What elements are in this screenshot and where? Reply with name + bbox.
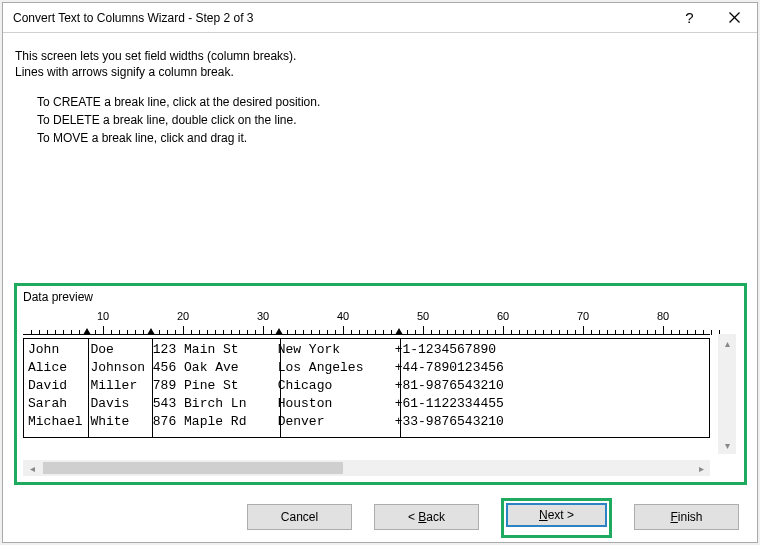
ruler-tick-minor <box>95 330 96 335</box>
ruler-tick-minor <box>591 330 592 335</box>
ruler-tick-label: 60 <box>497 310 509 322</box>
ruler-tick-minor <box>335 330 336 335</box>
ruler-tick-minor <box>271 330 272 335</box>
ruler-tick-minor <box>191 330 192 335</box>
button-row: Cancel < Back Next > Finish <box>3 504 757 532</box>
ruler-tick-minor <box>311 330 312 335</box>
column-break-arrow-icon[interactable] <box>275 328 283 335</box>
column-break-line[interactable] <box>280 339 281 437</box>
tip-delete: To DELETE a break line, double click on … <box>37 113 745 127</box>
ruler-tick-minor <box>383 330 384 335</box>
ruler-tick-label: 10 <box>97 310 109 322</box>
button-label: < Back <box>408 510 445 524</box>
close-icon <box>729 12 740 23</box>
ruler-tick-minor <box>471 330 472 335</box>
vertical-scrollbar[interactable]: ▴ ▾ <box>718 334 736 454</box>
ruler-tick-minor <box>551 330 552 335</box>
wizard-dialog: Convert Text to Columns Wizard - Step 2 … <box>2 2 758 543</box>
ruler-tick-label: 30 <box>257 310 269 322</box>
data-preview-grid[interactable]: John Doe 123 Main St New York +1-1234567… <box>23 338 710 438</box>
dialog-title: Convert Text to Columns Wizard - Step 2 … <box>13 11 667 25</box>
ruler-tick-major <box>663 326 664 335</box>
intro-line-2: Lines with arrows signify a column break… <box>15 65 745 79</box>
ruler-tick-minor <box>63 330 64 335</box>
close-button[interactable] <box>712 3 757 32</box>
ruler-tick-minor <box>511 330 512 335</box>
ruler-tick-minor <box>199 330 200 335</box>
data-row: John Doe 123 Main St New York +1-1234567… <box>28 341 705 359</box>
ruler-tick-minor <box>167 330 168 335</box>
ruler-tick-minor <box>487 330 488 335</box>
ruler-tick-minor <box>47 330 48 335</box>
ruler-tick-minor <box>623 330 624 335</box>
column-break-arrow-icon[interactable] <box>395 328 403 335</box>
ruler-tick-minor <box>247 330 248 335</box>
scroll-up-icon[interactable]: ▴ <box>718 334 736 352</box>
ruler-tick-major <box>423 326 424 335</box>
ruler-tick-minor <box>687 330 688 335</box>
scroll-down-icon[interactable]: ▾ <box>718 436 736 454</box>
ruler-tick-minor <box>327 330 328 335</box>
column-break-line[interactable] <box>88 339 89 437</box>
data-preview-label: Data preview <box>23 290 738 304</box>
next-button[interactable]: Next > <box>506 503 607 527</box>
ruler-tick-minor <box>711 330 712 335</box>
cancel-button[interactable]: Cancel <box>247 504 352 530</box>
ruler-tick-minor <box>303 330 304 335</box>
column-break-line[interactable] <box>152 339 153 437</box>
ruler-tick-minor <box>143 330 144 335</box>
scroll-left-icon[interactable]: ◂ <box>23 460 41 476</box>
ruler-tick-minor <box>79 330 80 335</box>
ruler-tick-minor <box>295 330 296 335</box>
next-button-highlight: Next > <box>501 498 612 538</box>
ruler-tick-minor <box>543 330 544 335</box>
ruler-tick-minor <box>319 330 320 335</box>
ruler-tick-minor <box>655 330 656 335</box>
data-row: Michael White 876 Maple Rd Denver +33-98… <box>28 413 705 431</box>
ruler-tick-minor <box>631 330 632 335</box>
finish-button[interactable]: Finish <box>634 504 739 530</box>
help-button[interactable]: ? <box>667 3 712 32</box>
ruler-tick-minor <box>567 330 568 335</box>
ruler-tick-minor <box>111 330 112 335</box>
ruler-tick-minor <box>575 330 576 335</box>
ruler-tick-minor <box>431 330 432 335</box>
ruler-tick-minor <box>119 330 120 335</box>
ruler-tick-minor <box>215 330 216 335</box>
column-break-line[interactable] <box>400 339 401 437</box>
tip-create: To CREATE a break line, click at the des… <box>37 95 745 109</box>
ruler-tick-minor <box>527 330 528 335</box>
ruler-tick-minor <box>647 330 648 335</box>
scroll-right-icon[interactable]: ▸ <box>692 460 710 476</box>
button-label: Next > <box>539 508 574 522</box>
ruler-tick-minor <box>407 330 408 335</box>
horizontal-scrollbar[interactable]: ◂ ▸ <box>23 460 710 476</box>
column-break-arrow-icon[interactable] <box>83 328 91 335</box>
ruler-tick-minor <box>255 330 256 335</box>
column-break-arrow-icon[interactable] <box>147 328 155 335</box>
ruler-tick-minor <box>447 330 448 335</box>
ruler-tick-minor <box>391 330 392 335</box>
back-button[interactable]: < Back <box>374 504 479 530</box>
intro-line-1: This screen lets you set field widths (c… <box>15 49 745 63</box>
ruler-tick-major <box>183 326 184 335</box>
tips-block: To CREATE a break line, click at the des… <box>37 95 745 145</box>
data-row: David Miller 789 Pine St Chicago +81-987… <box>28 377 705 395</box>
ruler-tick-minor <box>439 330 440 335</box>
ruler-tick-minor <box>695 330 696 335</box>
ruler[interactable]: 1020304050607080 <box>23 310 738 338</box>
ruler-tick-minor <box>231 330 232 335</box>
ruler-tick-minor <box>615 330 616 335</box>
ruler-tick-major <box>103 326 104 335</box>
ruler-tick-minor <box>31 330 32 335</box>
ruler-tick-minor <box>463 330 464 335</box>
ruler-tick-minor <box>207 330 208 335</box>
ruler-tick-minor <box>127 330 128 335</box>
ruler-tick-minor <box>39 330 40 335</box>
scroll-thumb[interactable] <box>43 462 343 474</box>
ruler-tick-minor <box>71 330 72 335</box>
ruler-tick-major <box>583 326 584 335</box>
ruler-tick-minor <box>607 330 608 335</box>
ruler-tick-minor <box>359 330 360 335</box>
button-label: Cancel <box>281 510 318 524</box>
